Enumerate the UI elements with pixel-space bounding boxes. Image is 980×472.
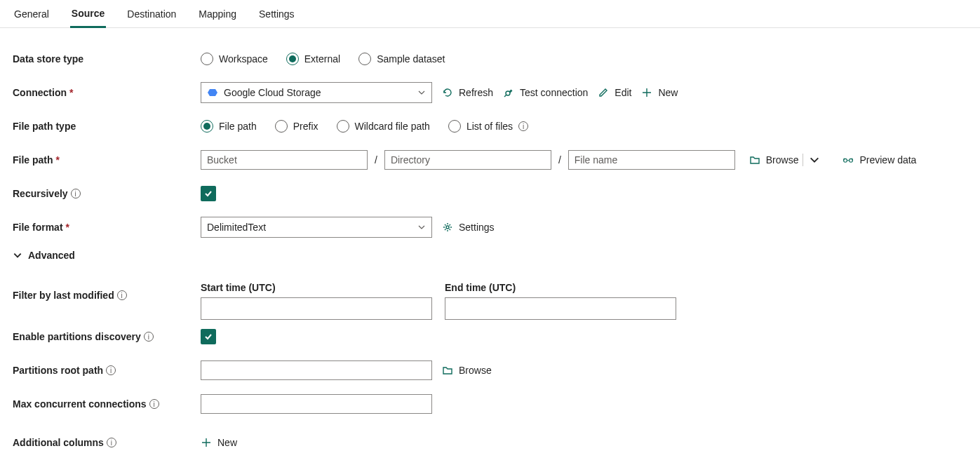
- recursively-checkbox[interactable]: [201, 186, 216, 201]
- path-separator: /: [556, 154, 564, 166]
- edit-label: Edit: [615, 87, 631, 98]
- browse-label: Browse: [766, 154, 799, 166]
- pencil-icon: [598, 87, 609, 98]
- file-path-type-group: File path Prefix Wildcard file path List…: [201, 120, 528, 133]
- max-concurrent-input[interactable]: [201, 394, 432, 414]
- radio-sample-dataset[interactable]: Sample dataset: [358, 53, 445, 65]
- label-file-path: File path: [13, 154, 53, 166]
- tabs: General Source Destination Mapping Setti…: [0, 0, 980, 28]
- radio-workspace[interactable]: Workspace: [201, 53, 268, 65]
- refresh-label: Refresh: [459, 87, 493, 98]
- label-recursively: Recursively: [13, 188, 68, 199]
- format-settings-label: Settings: [459, 222, 495, 233]
- label-data-store-type: Data store type: [13, 53, 201, 65]
- advanced-toggle[interactable]: Advanced: [13, 244, 967, 271]
- required-marker: *: [66, 222, 69, 233]
- required-marker: *: [69, 87, 73, 98]
- test-connection-button[interactable]: Test connection: [503, 87, 588, 98]
- divider: [803, 154, 803, 166]
- radio-file-path-label: File path: [219, 121, 257, 132]
- radio-wildcard[interactable]: Wildcard file path: [337, 120, 430, 133]
- bucket-input[interactable]: [201, 150, 368, 170]
- folder-icon: [749, 154, 760, 166]
- check-icon: [203, 189, 213, 198]
- advanced-label: Advanced: [28, 250, 75, 261]
- info-icon[interactable]: i: [149, 399, 159, 409]
- refresh-icon: [442, 87, 453, 98]
- svg-point-4: [446, 226, 449, 229]
- info-icon[interactable]: i: [144, 332, 154, 342]
- tab-mapping[interactable]: Mapping: [197, 0, 238, 28]
- browse-dropdown[interactable]: [807, 154, 821, 166]
- label-additional-columns: Additional columns: [13, 437, 104, 448]
- file-format-select[interactable]: DelimitedText: [201, 217, 432, 238]
- file-format-value: DelimitedText: [207, 222, 412, 233]
- connection-select[interactable]: Google Cloud Storage: [201, 82, 432, 103]
- partitions-root-path-input[interactable]: [201, 360, 432, 380]
- info-icon[interactable]: i: [117, 290, 127, 300]
- tab-settings[interactable]: Settings: [257, 0, 296, 28]
- info-icon[interactable]: i: [106, 365, 116, 375]
- path-separator: /: [372, 154, 380, 166]
- tab-source[interactable]: Source: [70, 0, 106, 28]
- data-store-type-group: Workspace External Sample dataset: [201, 53, 445, 65]
- radio-external-label: External: [304, 53, 340, 65]
- label-connection: Connection: [13, 87, 67, 98]
- radio-prefix[interactable]: Prefix: [275, 120, 318, 133]
- chevron-down-icon: [809, 154, 820, 166]
- plus-icon: [641, 87, 652, 98]
- new-column-button[interactable]: New: [201, 437, 237, 448]
- format-settings-button[interactable]: Settings: [442, 222, 495, 233]
- info-icon[interactable]: i: [518, 121, 528, 131]
- filename-input[interactable]: [568, 150, 735, 170]
- gear-icon: [442, 222, 453, 233]
- browse-button[interactable]: Browse: [749, 154, 799, 166]
- radio-sample-dataset-label: Sample dataset: [377, 53, 445, 65]
- label-partitions-root-path: Partitions root path: [13, 365, 103, 376]
- new-column-label: New: [217, 437, 237, 448]
- partitions-browse-label: Browse: [459, 365, 492, 376]
- radio-list-of-files-label: List of files: [466, 121, 513, 132]
- preview-data-button[interactable]: Preview data: [843, 154, 916, 166]
- end-time-input[interactable]: [445, 297, 676, 320]
- test-connection-label: Test connection: [520, 87, 588, 98]
- directory-input[interactable]: [384, 150, 551, 170]
- label-file-path-type: File path type: [13, 121, 201, 132]
- radio-workspace-label: Workspace: [219, 53, 268, 65]
- chevron-down-icon: [417, 88, 426, 97]
- connection-value: Google Cloud Storage: [224, 87, 412, 98]
- plug-icon: [503, 87, 514, 98]
- label-max-concurrent: Max concurrent connections: [13, 398, 147, 410]
- edit-button[interactable]: Edit: [598, 87, 631, 98]
- info-icon[interactable]: i: [71, 189, 81, 198]
- start-time-input[interactable]: [201, 297, 432, 320]
- label-end-time: End time (UTC): [445, 282, 676, 293]
- plus-icon: [201, 437, 212, 448]
- gcs-icon: [207, 87, 218, 98]
- check-icon: [203, 332, 213, 342]
- tab-general[interactable]: General: [13, 0, 51, 28]
- enable-partitions-checkbox[interactable]: [201, 329, 216, 344]
- chevron-down-icon: [417, 223, 426, 231]
- radio-list-of-files[interactable]: List of filesi: [448, 120, 528, 133]
- radio-file-path[interactable]: File path: [201, 120, 257, 133]
- radio-prefix-label: Prefix: [293, 121, 318, 132]
- chevron-down-icon: [13, 250, 22, 260]
- label-enable-partitions: Enable partitions discovery: [13, 331, 141, 342]
- radio-wildcard-label: Wildcard file path: [355, 121, 430, 132]
- info-icon[interactable]: i: [107, 438, 116, 447]
- glasses-icon: [843, 154, 854, 166]
- radio-external[interactable]: External: [286, 53, 340, 65]
- folder-icon: [442, 365, 453, 376]
- label-start-time: Start time (UTC): [201, 282, 432, 293]
- label-filter-last-modified: Filter by last modified: [13, 290, 114, 301]
- required-marker: *: [56, 154, 60, 166]
- partitions-browse-button[interactable]: Browse: [442, 365, 492, 376]
- label-file-format: File format: [13, 222, 63, 233]
- new-connection-label: New: [658, 87, 678, 98]
- new-connection-button[interactable]: New: [641, 87, 678, 98]
- preview-data-label: Preview data: [859, 154, 916, 166]
- svg-marker-0: [208, 89, 217, 96]
- refresh-button[interactable]: Refresh: [442, 87, 493, 98]
- tab-destination[interactable]: Destination: [126, 0, 177, 28]
